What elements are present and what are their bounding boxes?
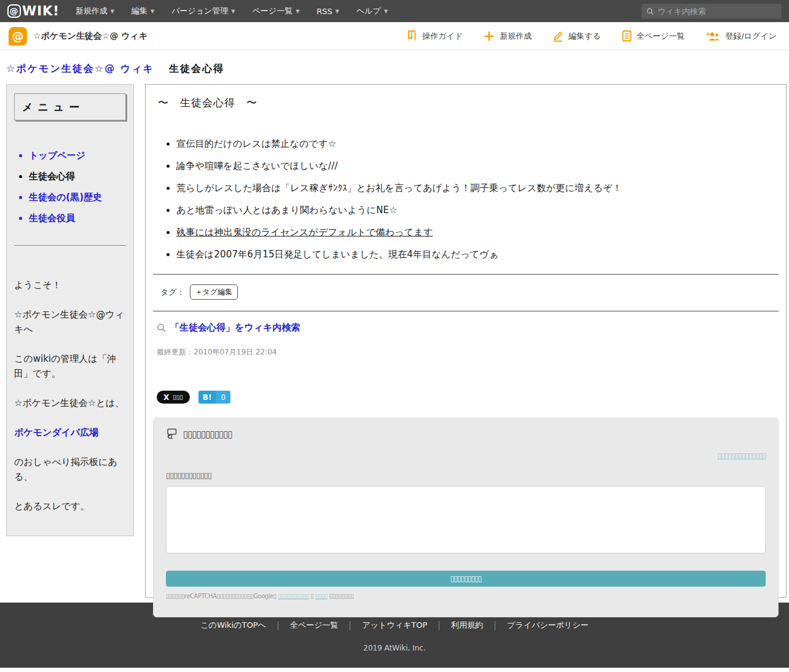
page-title: 〜 生徒会心得 〜 <box>153 90 779 110</box>
new-page-button[interactable]: 新規作成 <box>484 31 532 42</box>
nav-menu-new-page[interactable]: 新規作成▼ <box>76 6 114 17</box>
breadcrumb: ☆ポケモン生徒会☆@ ウィキ 生徒会心得 <box>0 50 789 84</box>
chevron-down-icon: ▼ <box>384 9 388 14</box>
sidebar-divider <box>14 245 126 246</box>
wiki-search-link[interactable]: 「生徒会心得」をウィキ内検索 <box>170 322 300 334</box>
tag-edit-button[interactable]: ＋タグ編集 <box>190 284 238 300</box>
sidebar-item-seitokai-yakuin[interactable]: 生徒会役員 <box>29 213 126 224</box>
rule-item: 荒らしがレスした場合は「レス稼ぎｻﾝｸｽ」とお礼を言ってあげよう！調子乗ってレス… <box>176 182 779 194</box>
register-login-button[interactable]: + 登録/ログイン <box>705 31 777 42</box>
wiki-search-link-row[interactable]: 「生徒会心得」をウィキ内検索 <box>153 311 779 334</box>
footer-link-privacy-policy[interactable]: プライバシーポリシー <box>495 620 600 631</box>
rule-item: 宣伝目的だけのレスは禁止なのです☆ <box>176 138 779 150</box>
breadcrumb-site-link[interactable]: ☆ポケモン生徒会☆@ ウィキ <box>6 63 154 76</box>
pencil-icon <box>552 31 563 42</box>
sidebar-link-daipa-hiroba[interactable]: ポケモンダイパ広場 <box>14 425 126 440</box>
footer-link-atwiki-top[interactable]: アットウィキTOP <box>350 620 439 631</box>
main-content: 〜 生徒会心得 〜 宣伝目的だけのレスは禁止なのです☆ 論争や喧嘩を起こさないで… <box>145 84 787 598</box>
sidebar-description: ようこそ！ ☆ポケモン生徒会☆@ウィキへ このwikiの管理人は「沖田」です。 … <box>14 278 126 514</box>
recaptcha-note-text: ▯▯▯▯▯▯▯▯▯▯▯▯ <box>216 593 253 600</box>
tags-label: タグ： <box>160 287 185 298</box>
site-logo-icon[interactable]: @ <box>9 27 27 45</box>
recaptcha-note-text: ▯▯▯▯▯▯▯▯ <box>329 593 353 600</box>
search-icon <box>157 323 166 332</box>
guide-button[interactable]: 操作ガイド <box>407 30 463 42</box>
sidebar-paragraph: ☆ポケモン生徒会☆とは、 <box>14 396 126 410</box>
sidebar-paragraph: ようこそ！ <box>14 278 126 292</box>
comment-format-rules-link[interactable]: ▯▯▯▯▯▯▯▯▯▯▯▯▯▯ <box>718 451 766 460</box>
top-navigation-bar: @WIK! 新規作成▼ 編集▼ バージョン管理▼ ページ一覧▼ RSS▼ ヘルプ… <box>0 0 789 22</box>
recaptcha-note-text: Google <box>253 593 273 600</box>
register-login-button-label: 登録/ログイン <box>725 31 777 42</box>
footer-link-terms[interactable]: 利用規約 <box>439 620 495 631</box>
nav-menu-rss[interactable]: RSS▼ <box>316 7 339 16</box>
nav-menu-version-control[interactable]: バージョン管理▼ <box>171 6 235 17</box>
chevron-down-icon: ▼ <box>336 9 339 14</box>
recaptcha-note: ▯▯▯▯▯▯reCAPTCHA▯▯▯▯▯▯▯▯▯▯▯▯Google▯ ▯▯▯▯▯… <box>166 593 766 600</box>
site-header: @ ☆ポケモン生徒会☆@ ウィキ 操作ガイド 新規作成 編集する 全ページ一覧 … <box>0 22 789 50</box>
rule-item-link[interactable]: 執事には神出鬼没のライセンスがデフォルトで備わってます <box>176 227 779 238</box>
sidebar-paragraph: とあるスレです。 <box>14 499 126 514</box>
terms-link[interactable]: ▯▯▯▯ <box>315 593 328 600</box>
privacy-policy-link[interactable]: ▯▯▯▯▯▯▯▯▯▯ <box>278 593 308 600</box>
nav-menu-label: 編集 <box>132 6 147 17</box>
comment-textarea[interactable] <box>166 486 766 553</box>
sidebar-item-top-page[interactable]: トップページ <box>29 150 126 162</box>
comment-field-label: ▯▯▯▯▯▯▯▯▯▯▯▯ <box>166 471 766 480</box>
edit-page-button-label: 編集する <box>568 31 601 42</box>
pages-icon <box>622 30 632 42</box>
footer-link-all-pages[interactable]: 全ページ一覧 <box>278 620 350 631</box>
x-post-label: ▯▯▯ <box>173 394 183 400</box>
nav-menu-help[interactable]: ヘルプ▼ <box>356 6 388 17</box>
atwiki-logo[interactable]: @WIK! <box>7 4 60 18</box>
comment-form-header: ▯▯▯▯▯▯▯▯▯▯▯ <box>166 428 766 440</box>
hatena-bookmark-count: 0 <box>216 391 230 404</box>
sidebar-paragraph: このwikiの管理人は「沖田」です。 <box>14 351 126 381</box>
sidebar-menu-list: トップページ 生徒会心得 生徒会の(黒)歴史 生徒会役員 <box>14 150 126 224</box>
rules-list: 宣伝目的だけのレスは禁止なのです☆ 論争や喧嘩を起こさないでほしいな/// 荒ら… <box>153 138 779 260</box>
plus-icon <box>484 31 495 42</box>
new-page-button-label: 新規作成 <box>500 31 532 42</box>
social-buttons: X ▯▯▯ B! 0 <box>153 357 779 404</box>
chevron-down-icon: ▼ <box>111 9 114 14</box>
sidebar: メニュー トップページ 生徒会心得 生徒会の(黒)歴史 生徒会役員 ようこそ！ … <box>6 84 134 536</box>
search-input[interactable] <box>658 7 777 16</box>
recaptcha-note-text: ▯ <box>273 593 277 600</box>
edit-page-button[interactable]: 編集する <box>552 31 601 42</box>
sidebar-menu-title: メニュー <box>22 100 84 114</box>
recaptcha-note-text: reCAPTCHA <box>184 593 216 600</box>
header-actions: 操作ガイド 新規作成 編集する 全ページ一覧 + 登録/ログイン <box>407 30 780 42</box>
nav-menu-label: ページ一覧 <box>253 6 293 17</box>
breadcrumb-current-page: 生徒会心得 <box>169 63 224 76</box>
nav-menu-label: 新規作成 <box>76 6 108 17</box>
nav-menu-edit[interactable]: 編集▼ <box>132 6 154 17</box>
recaptcha-note-text: ▯ <box>310 593 313 600</box>
nav-menu-label: バージョン管理 <box>171 6 228 17</box>
svg-text:+: + <box>705 31 710 37</box>
search-icon <box>646 7 654 15</box>
x-post-button[interactable]: X ▯▯▯ <box>157 391 190 404</box>
nav-menu-page-list[interactable]: ページ一覧▼ <box>253 6 300 17</box>
comment-submit-button[interactable]: ▯▯▯▯▯▯▯▯▯ <box>166 571 766 587</box>
rule-item: あと地雷っぽい人とはあまり関わらないようにNE☆ <box>176 205 779 216</box>
last-updated-text: 最終更新：2010年07月19日 22:04 <box>153 334 779 357</box>
footer-link-wiki-top[interactable]: このWikiのTOPへ <box>189 620 278 631</box>
all-pages-button[interactable]: 全ページ一覧 <box>622 30 685 42</box>
register-login-icon: + <box>705 31 720 42</box>
comment-bubbles-icon <box>166 428 179 440</box>
atwiki-logo-icon: @ <box>7 4 21 18</box>
sidebar-paragraph: のおしゃべり掲示板にある、 <box>14 455 126 484</box>
all-pages-button-label: 全ページ一覧 <box>637 31 685 42</box>
site-title[interactable]: ☆ポケモン生徒会☆@ ウィキ <box>33 31 147 42</box>
nav-menu-label: RSS <box>316 7 332 16</box>
sidebar-item-seitokai-history[interactable]: 生徒会の(黒)歴史 <box>29 192 126 203</box>
chevron-down-icon: ▼ <box>296 9 299 14</box>
content-area: メニュー トップページ 生徒会心得 生徒会の(黒)歴史 生徒会役員 ようこそ！ … <box>0 84 789 600</box>
comment-form-heading: ▯▯▯▯▯▯▯▯▯▯▯ <box>183 429 232 440</box>
wiki-search-box[interactable] <box>642 4 782 18</box>
hatena-bookmark-button[interactable]: B! 0 <box>198 391 230 404</box>
chevron-down-icon: ▼ <box>231 9 235 14</box>
sidebar-paragraph: ☆ポケモン生徒会☆@ウィキへ <box>14 307 126 337</box>
tag-row: タグ： ＋タグ編集 <box>153 275 779 311</box>
x-logo-icon: X <box>163 393 169 402</box>
